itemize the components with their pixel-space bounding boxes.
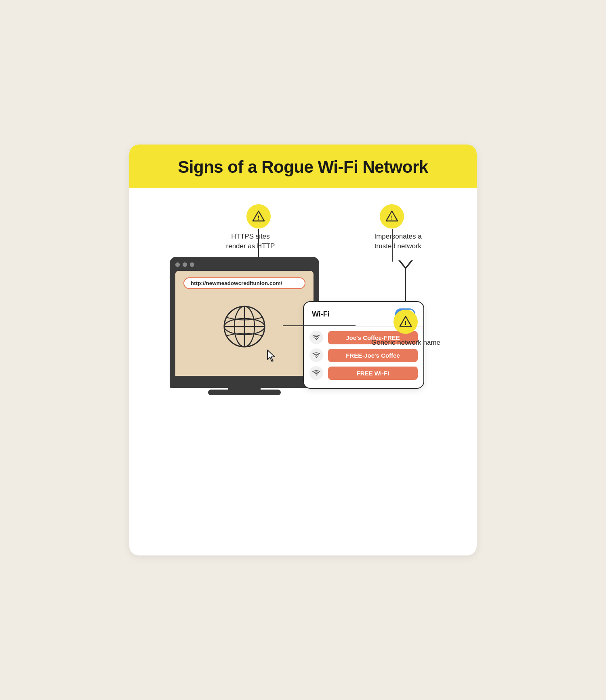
list-item: FREE-Joe's Coffee xyxy=(309,348,418,362)
main-content: ! HTTPS sites render as HTTP ! Impersona… xyxy=(129,188,477,555)
svg-text:!: ! xyxy=(257,214,259,221)
info-card: Signs of a Rogue Wi-Fi Network ! HTTPS s… xyxy=(129,145,477,555)
wifi-signal-icon xyxy=(309,348,323,362)
connector-line-horizontal xyxy=(283,325,356,326)
laptop-screen-outer: http://newmeadowcreditunion.com/ xyxy=(170,257,319,376)
laptop-base xyxy=(170,376,319,388)
list-item: FREE Wi-Fi xyxy=(309,366,418,380)
svg-text:!: ! xyxy=(391,214,393,221)
url-text: http://newmeadowcreditunion.com/ xyxy=(191,280,282,286)
browser-window: http://newmeadowcreditunion.com/ xyxy=(175,271,314,376)
dot-3 xyxy=(190,262,194,267)
warning-badge-https: ! xyxy=(246,204,271,228)
dot-1 xyxy=(175,262,180,267)
card-header: Signs of a Rogue Wi-Fi Network xyxy=(129,145,477,188)
wifi-panel-label: Wi-Fi xyxy=(312,310,330,319)
dot-2 xyxy=(183,262,187,267)
infographic: ! HTTPS sites render as HTTP ! Impersona… xyxy=(149,204,457,535)
main-title: Signs of a Rogue Wi-Fi Network xyxy=(145,157,461,177)
network-name-2: FREE-Joe's Coffee xyxy=(328,349,418,362)
network-name-3: FREE Wi-Fi xyxy=(328,367,418,380)
globe-icon xyxy=(218,300,271,354)
svg-text:!: ! xyxy=(405,319,407,326)
wifi-signal-icon xyxy=(309,366,323,380)
wifi-panel-wrapper: Wi-Fi xyxy=(371,261,440,348)
laptop-dots xyxy=(175,262,314,267)
address-bar: http://newmeadowcreditunion.com/ xyxy=(183,277,305,289)
label-impersonate: Impersonates a trusted network xyxy=(368,232,428,251)
wifi-signal-icon xyxy=(309,331,323,344)
panel-pointer xyxy=(371,260,440,269)
laptop-stand xyxy=(228,388,261,395)
warning-badge-impersonate: ! xyxy=(380,204,404,228)
connector-line-2 xyxy=(392,229,393,262)
label-generic: Generic network name xyxy=(371,338,440,348)
wifi-networks-list: Joe's Coffee-FREE xyxy=(304,327,423,388)
cursor-icon xyxy=(266,349,277,364)
label-https: HTTPS sites render as HTTP xyxy=(224,232,277,251)
